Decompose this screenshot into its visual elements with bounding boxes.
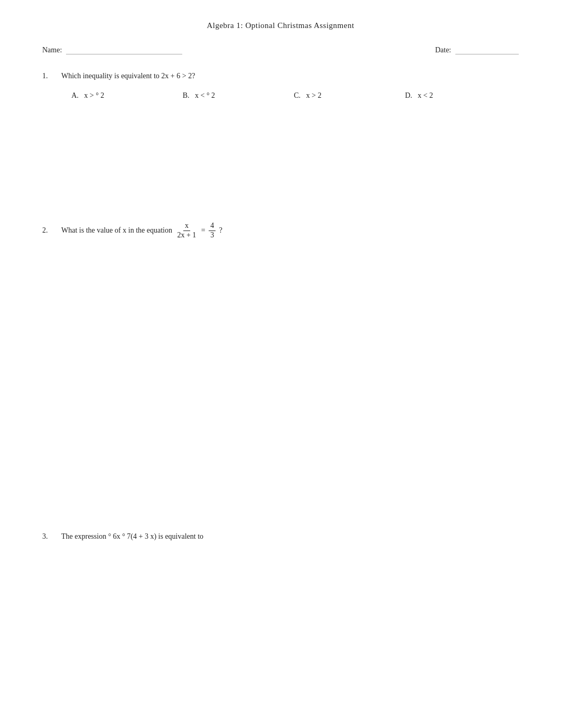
question-3-header: 3. The expression ° 6x ° 7(4 + 3 x) is e… xyxy=(42,531,519,542)
choice-1d: D. x < 2 xyxy=(405,91,490,100)
page-title: Algebra 1: Optional Christmas Assignment xyxy=(37,21,524,30)
choice-1c: C. x > 2 xyxy=(294,91,378,100)
fraction-equation: x 2x + 1 xyxy=(175,222,198,240)
choice-1a: A. x > ° 2 xyxy=(71,91,156,100)
choice-1a-label: A. x > ° 2 xyxy=(71,91,104,99)
question-2-block: 2. What is the value of x in the equatio… xyxy=(37,222,524,240)
choice-1d-label: D. x < 2 xyxy=(405,91,433,99)
question-3-text: The expression ° 6x ° 7(4 + 3 x) is equi… xyxy=(61,531,203,542)
choice-1c-label: C. x > 2 xyxy=(294,91,321,99)
question-1-number: 1. xyxy=(42,72,53,80)
spacer-3 xyxy=(37,362,524,467)
question-3-number: 3. xyxy=(42,532,53,541)
choice-1b-label: B. x < ° 2 xyxy=(183,91,215,99)
date-section: Date: xyxy=(435,45,519,54)
question-3-block: 3. The expression ° 6x ° 7(4 + 3 x) is e… xyxy=(37,531,524,542)
fraction-rhs: 4 3 xyxy=(209,222,216,240)
fraction-rhs-denominator: 3 xyxy=(209,231,216,240)
question-2-text: What is the value of x in the equation x… xyxy=(61,222,222,240)
spacer-6 xyxy=(37,664,524,728)
fraction-denominator: 2x + 1 xyxy=(175,231,198,240)
name-section: Name: xyxy=(42,45,182,54)
question-1-header: 1. Which inequality is equivalent to 2x … xyxy=(42,70,519,82)
spacer-1 xyxy=(37,116,524,222)
fraction-numerator: x xyxy=(183,222,190,231)
name-input-line xyxy=(66,45,182,54)
date-label: Date: xyxy=(435,46,451,54)
spacer-2 xyxy=(37,256,524,362)
spacer-4 xyxy=(37,467,524,531)
spacer-5 xyxy=(37,558,524,664)
name-date-row: Name: Date: xyxy=(37,45,524,54)
date-input-line xyxy=(455,45,519,54)
name-label: Name: xyxy=(42,46,62,54)
question-2-number: 2. xyxy=(42,226,53,235)
question-1-choices: A. x > ° 2 B. x < ° 2 C. x > 2 D. x < 2 xyxy=(42,91,519,100)
question-1-block: 1. Which inequality is equivalent to 2x … xyxy=(37,70,524,100)
question-1-text: Which inequality is equivalent to 2x + 6… xyxy=(61,70,195,82)
choice-1b: B. x < ° 2 xyxy=(183,91,267,100)
fraction-rhs-numerator: 4 xyxy=(209,222,216,231)
question-2-header: 2. What is the value of x in the equatio… xyxy=(42,222,519,240)
